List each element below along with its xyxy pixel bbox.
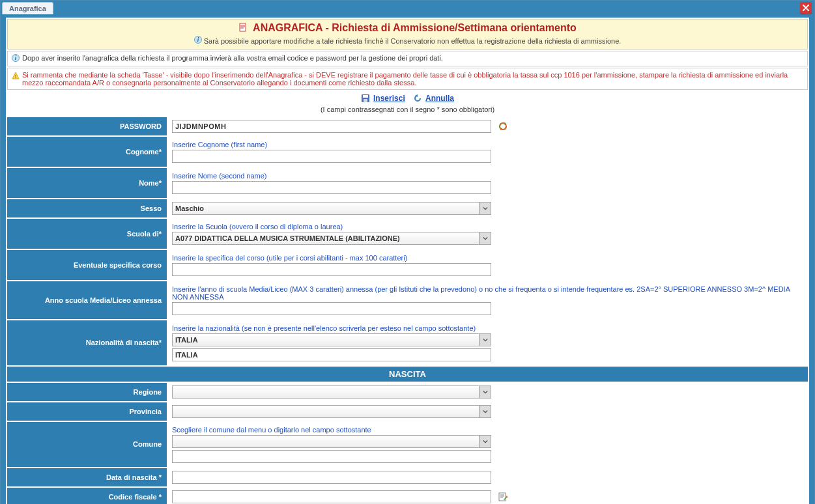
password-input[interactable] [172, 120, 491, 133]
hint-cognome: Inserire Cognome (first name) [172, 141, 805, 148]
panel-window: Anagrafica ANAGRAFICA - Richiesta di Amm… [0, 0, 815, 504]
label-scuola: Scuola di* [7, 218, 167, 249]
section-nascita: NASCITA [7, 366, 808, 382]
comune-select[interactable] [172, 435, 491, 448]
info-notice: i Dopo aver inserito l'anagrafica della … [7, 51, 808, 66]
save-icon [361, 94, 370, 104]
close-button[interactable] [800, 2, 812, 14]
label-regione: Regione [7, 382, 167, 402]
sesso-select[interactable] [172, 202, 491, 215]
hint-comune: Scegliere il comune dal menu o digitarlo… [172, 426, 805, 434]
page-title: ANAGRAFICA - Richiesta di Ammissione/Set… [13, 22, 802, 35]
hint-specifica: Inserire la specifica del corso (utile p… [172, 254, 805, 262]
label-comune: Comune [7, 421, 167, 468]
label-anno-annessa: Anno scuola Media/Liceo annessa [7, 281, 167, 320]
annulla-link[interactable]: Annulla [425, 94, 454, 103]
warning-notice-text: Si rammenta che mediante la scheda 'Tass… [22, 71, 803, 87]
hint-nome: Inserire Nome (second name) [172, 172, 805, 180]
action-bar: Inserisci Annulla [7, 90, 808, 105]
refresh-password-button[interactable] [498, 122, 508, 132]
nome-input[interactable] [172, 181, 491, 194]
undo-icon [413, 94, 422, 104]
warning-notice: ! Si rammenta che mediante la scheda 'Ta… [7, 68, 808, 90]
anno-annessa-input[interactable] [172, 302, 491, 315]
hint-scuola: Inserire la Scuola (ovvero il corso di d… [172, 223, 805, 231]
label-codice-fiscale: Codice fiscale * [7, 487, 167, 504]
label-nazionalita: Nazionalità di nascita* [7, 320, 167, 366]
header-box: ANAGRAFICA - Richiesta di Ammissione/Set… [7, 19, 808, 49]
document-icon [238, 23, 248, 35]
svg-text:!: ! [15, 74, 17, 79]
codice-fiscale-input[interactable] [172, 490, 491, 503]
label-password: PASSWORD [7, 117, 167, 136]
label-specifica: Eventuale specifica corso [7, 249, 167, 281]
titlebar: Anagrafica [1, 1, 814, 15]
required-note: (I campi contrassegnati con il segno * s… [7, 105, 808, 117]
regione-select[interactable] [172, 385, 491, 399]
scuola-select[interactable] [172, 232, 491, 245]
close-icon [803, 5, 809, 11]
svg-rect-0 [240, 23, 246, 31]
nazionalita-input[interactable] [172, 348, 491, 361]
hint-nazionalita: Inserire la nazionalità (se non è presen… [172, 324, 805, 332]
page-title-text: ANAGRAFICA - Richiesta di Ammissione/Set… [253, 22, 577, 33]
provincia-select[interactable] [172, 405, 491, 418]
warning-icon: ! [12, 72, 20, 81]
label-cognome: Cognome* [7, 136, 167, 167]
svg-rect-8 [364, 99, 367, 102]
data-nascita-input[interactable] [172, 471, 491, 484]
header-subtitle: i Sarà possibile apportare modifiche a t… [13, 36, 802, 45]
info-notice-text: Dopo aver inserito l'anagrafica della ri… [22, 54, 443, 63]
inserisci-link[interactable]: Inserisci [373, 94, 405, 103]
comune-input[interactable] [172, 450, 491, 463]
label-data-nascita: Data di nascita * [7, 468, 167, 487]
svg-rect-7 [363, 95, 368, 98]
specifica-input[interactable] [172, 263, 491, 276]
nazionalita-select[interactable] [172, 333, 491, 346]
edit-codice-fiscale-button[interactable] [498, 492, 508, 503]
tab-anagrafica[interactable]: Anagrafica [2, 2, 53, 14]
form-table: PASSWORD Cognome* Inserire Cognome (firs… [7, 117, 808, 504]
cognome-input[interactable] [172, 150, 491, 163]
header-subtitle-text: Sarà possibile apportare modifiche a tal… [204, 37, 622, 45]
info-icon: i [12, 54, 20, 63]
label-provincia: Provincia [7, 402, 167, 421]
label-nome: Nome* [7, 167, 167, 199]
label-sesso: Sesso [7, 199, 167, 218]
content-area: ANAGRAFICA - Richiesta di Ammissione/Set… [1, 15, 814, 504]
hint-anno-annessa: Inserire l'anno di scuola Media/Liceo (M… [172, 285, 805, 301]
info-icon: i [194, 37, 204, 45]
